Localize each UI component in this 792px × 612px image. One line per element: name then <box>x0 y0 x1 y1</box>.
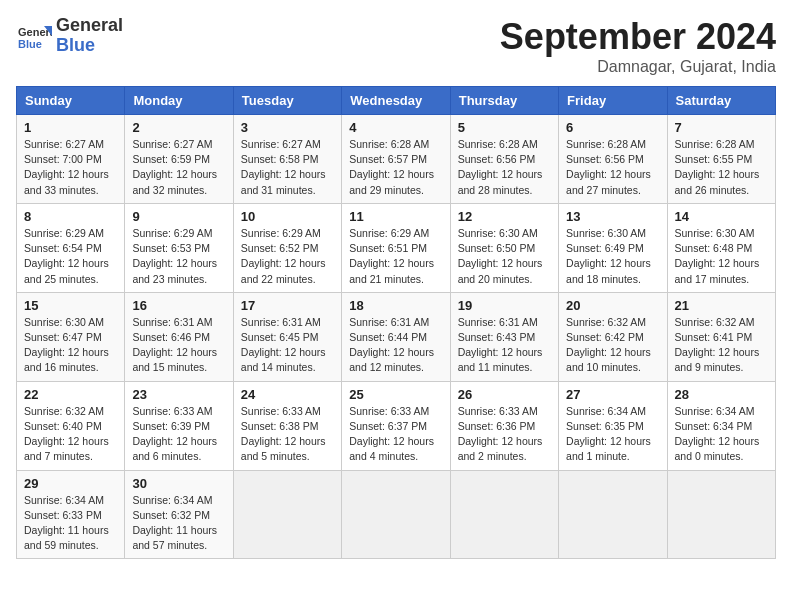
day-number: 22 <box>24 387 117 402</box>
day-number: 28 <box>675 387 768 402</box>
logo-icon: General Blue <box>16 18 52 54</box>
day-number: 11 <box>349 209 442 224</box>
day-info: Sunrise: 6:28 AM Sunset: 6:57 PM Dayligh… <box>349 137 442 198</box>
day-info: Sunrise: 6:29 AM Sunset: 6:53 PM Dayligh… <box>132 226 225 287</box>
day-info: Sunrise: 6:34 AM Sunset: 6:34 PM Dayligh… <box>675 404 768 465</box>
day-info: Sunrise: 6:34 AM Sunset: 6:35 PM Dayligh… <box>566 404 659 465</box>
day-number: 10 <box>241 209 334 224</box>
calendar-cell <box>450 470 558 559</box>
day-number: 7 <box>675 120 768 135</box>
day-number: 17 <box>241 298 334 313</box>
calendar-cell: 27Sunrise: 6:34 AM Sunset: 6:35 PM Dayli… <box>559 381 667 470</box>
calendar-week-4: 22Sunrise: 6:32 AM Sunset: 6:40 PM Dayli… <box>17 381 776 470</box>
day-number: 13 <box>566 209 659 224</box>
calendar-cell <box>667 470 775 559</box>
day-info: Sunrise: 6:32 AM Sunset: 6:40 PM Dayligh… <box>24 404 117 465</box>
day-number: 19 <box>458 298 551 313</box>
calendar-cell: 3Sunrise: 6:27 AM Sunset: 6:58 PM Daylig… <box>233 115 341 204</box>
day-number: 3 <box>241 120 334 135</box>
day-number: 24 <box>241 387 334 402</box>
day-info: Sunrise: 6:27 AM Sunset: 6:59 PM Dayligh… <box>132 137 225 198</box>
col-tuesday: Tuesday <box>233 87 341 115</box>
logo: General Blue General Blue <box>16 16 123 56</box>
calendar-cell: 10Sunrise: 6:29 AM Sunset: 6:52 PM Dayli… <box>233 203 341 292</box>
calendar-week-3: 15Sunrise: 6:30 AM Sunset: 6:47 PM Dayli… <box>17 292 776 381</box>
day-info: Sunrise: 6:31 AM Sunset: 6:44 PM Dayligh… <box>349 315 442 376</box>
day-info: Sunrise: 6:30 AM Sunset: 6:47 PM Dayligh… <box>24 315 117 376</box>
day-number: 1 <box>24 120 117 135</box>
calendar-cell: 4Sunrise: 6:28 AM Sunset: 6:57 PM Daylig… <box>342 115 450 204</box>
location-title: Damnagar, Gujarat, India <box>500 58 776 76</box>
day-info: Sunrise: 6:34 AM Sunset: 6:33 PM Dayligh… <box>24 493 117 554</box>
calendar-cell <box>233 470 341 559</box>
month-title: September 2024 <box>500 16 776 58</box>
calendar-cell: 20Sunrise: 6:32 AM Sunset: 6:42 PM Dayli… <box>559 292 667 381</box>
calendar-cell: 15Sunrise: 6:30 AM Sunset: 6:47 PM Dayli… <box>17 292 125 381</box>
day-number: 12 <box>458 209 551 224</box>
day-info: Sunrise: 6:30 AM Sunset: 6:49 PM Dayligh… <box>566 226 659 287</box>
calendar-cell: 13Sunrise: 6:30 AM Sunset: 6:49 PM Dayli… <box>559 203 667 292</box>
col-thursday: Thursday <box>450 87 558 115</box>
logo-line2: Blue <box>56 35 95 55</box>
header-row: Sunday Monday Tuesday Wednesday Thursday… <box>17 87 776 115</box>
calendar-week-2: 8Sunrise: 6:29 AM Sunset: 6:54 PM Daylig… <box>17 203 776 292</box>
day-number: 14 <box>675 209 768 224</box>
day-number: 9 <box>132 209 225 224</box>
calendar-cell: 2Sunrise: 6:27 AM Sunset: 6:59 PM Daylig… <box>125 115 233 204</box>
day-number: 30 <box>132 476 225 491</box>
calendar-cell: 12Sunrise: 6:30 AM Sunset: 6:50 PM Dayli… <box>450 203 558 292</box>
calendar-cell: 21Sunrise: 6:32 AM Sunset: 6:41 PM Dayli… <box>667 292 775 381</box>
day-info: Sunrise: 6:30 AM Sunset: 6:50 PM Dayligh… <box>458 226 551 287</box>
calendar-cell: 23Sunrise: 6:33 AM Sunset: 6:39 PM Dayli… <box>125 381 233 470</box>
day-info: Sunrise: 6:29 AM Sunset: 6:52 PM Dayligh… <box>241 226 334 287</box>
day-info: Sunrise: 6:30 AM Sunset: 6:48 PM Dayligh… <box>675 226 768 287</box>
day-number: 23 <box>132 387 225 402</box>
calendar-header: Sunday Monday Tuesday Wednesday Thursday… <box>17 87 776 115</box>
day-info: Sunrise: 6:33 AM Sunset: 6:37 PM Dayligh… <box>349 404 442 465</box>
calendar-cell: 18Sunrise: 6:31 AM Sunset: 6:44 PM Dayli… <box>342 292 450 381</box>
day-number: 16 <box>132 298 225 313</box>
col-sunday: Sunday <box>17 87 125 115</box>
calendar-cell: 30Sunrise: 6:34 AM Sunset: 6:32 PM Dayli… <box>125 470 233 559</box>
title-block: September 2024 Damnagar, Gujarat, India <box>500 16 776 76</box>
day-info: Sunrise: 6:31 AM Sunset: 6:46 PM Dayligh… <box>132 315 225 376</box>
day-info: Sunrise: 6:29 AM Sunset: 6:51 PM Dayligh… <box>349 226 442 287</box>
day-number: 21 <box>675 298 768 313</box>
calendar-cell: 1Sunrise: 6:27 AM Sunset: 7:00 PM Daylig… <box>17 115 125 204</box>
day-number: 6 <box>566 120 659 135</box>
calendar-cell: 28Sunrise: 6:34 AM Sunset: 6:34 PM Dayli… <box>667 381 775 470</box>
day-info: Sunrise: 6:28 AM Sunset: 6:56 PM Dayligh… <box>566 137 659 198</box>
calendar-cell: 22Sunrise: 6:32 AM Sunset: 6:40 PM Dayli… <box>17 381 125 470</box>
day-info: Sunrise: 6:34 AM Sunset: 6:32 PM Dayligh… <box>132 493 225 554</box>
calendar-cell: 29Sunrise: 6:34 AM Sunset: 6:33 PM Dayli… <box>17 470 125 559</box>
calendar-table: Sunday Monday Tuesday Wednesday Thursday… <box>16 86 776 559</box>
day-info: Sunrise: 6:33 AM Sunset: 6:36 PM Dayligh… <box>458 404 551 465</box>
day-info: Sunrise: 6:31 AM Sunset: 6:43 PM Dayligh… <box>458 315 551 376</box>
calendar-cell: 26Sunrise: 6:33 AM Sunset: 6:36 PM Dayli… <box>450 381 558 470</box>
day-number: 15 <box>24 298 117 313</box>
calendar-cell: 8Sunrise: 6:29 AM Sunset: 6:54 PM Daylig… <box>17 203 125 292</box>
day-info: Sunrise: 6:29 AM Sunset: 6:54 PM Dayligh… <box>24 226 117 287</box>
col-wednesday: Wednesday <box>342 87 450 115</box>
day-info: Sunrise: 6:28 AM Sunset: 6:56 PM Dayligh… <box>458 137 551 198</box>
calendar-cell <box>559 470 667 559</box>
col-friday: Friday <box>559 87 667 115</box>
day-number: 4 <box>349 120 442 135</box>
calendar-cell: 5Sunrise: 6:28 AM Sunset: 6:56 PM Daylig… <box>450 115 558 204</box>
day-number: 26 <box>458 387 551 402</box>
day-info: Sunrise: 6:32 AM Sunset: 6:41 PM Dayligh… <box>675 315 768 376</box>
day-number: 5 <box>458 120 551 135</box>
calendar-cell: 25Sunrise: 6:33 AM Sunset: 6:37 PM Dayli… <box>342 381 450 470</box>
day-info: Sunrise: 6:27 AM Sunset: 7:00 PM Dayligh… <box>24 137 117 198</box>
day-info: Sunrise: 6:28 AM Sunset: 6:55 PM Dayligh… <box>675 137 768 198</box>
calendar-cell: 14Sunrise: 6:30 AM Sunset: 6:48 PM Dayli… <box>667 203 775 292</box>
day-info: Sunrise: 6:33 AM Sunset: 6:39 PM Dayligh… <box>132 404 225 465</box>
calendar-cell: 19Sunrise: 6:31 AM Sunset: 6:43 PM Dayli… <box>450 292 558 381</box>
calendar-cell: 24Sunrise: 6:33 AM Sunset: 6:38 PM Dayli… <box>233 381 341 470</box>
day-info: Sunrise: 6:27 AM Sunset: 6:58 PM Dayligh… <box>241 137 334 198</box>
day-number: 25 <box>349 387 442 402</box>
calendar-cell: 11Sunrise: 6:29 AM Sunset: 6:51 PM Dayli… <box>342 203 450 292</box>
day-info: Sunrise: 6:33 AM Sunset: 6:38 PM Dayligh… <box>241 404 334 465</box>
day-number: 29 <box>24 476 117 491</box>
calendar-week-1: 1Sunrise: 6:27 AM Sunset: 7:00 PM Daylig… <box>17 115 776 204</box>
